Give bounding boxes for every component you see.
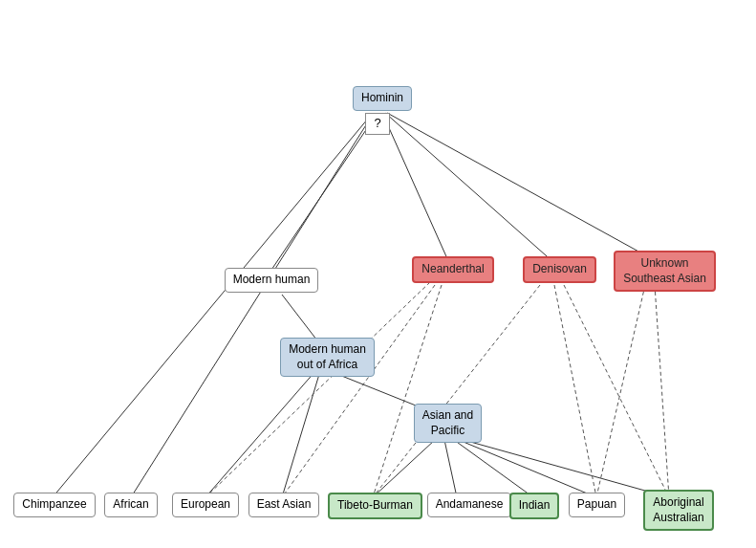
svg-line-3 bbox=[387, 113, 659, 263]
svg-line-13 bbox=[459, 440, 596, 497]
asian-pacific-label: Asian andPacific bbox=[414, 404, 482, 443]
svg-line-2 bbox=[385, 113, 554, 263]
svg-line-18 bbox=[554, 285, 596, 497]
svg-line-4 bbox=[53, 113, 373, 497]
svg-line-10 bbox=[373, 440, 435, 497]
modern-human-label: Modern human bbox=[225, 268, 319, 293]
svg-line-9 bbox=[282, 371, 320, 497]
unknown-sea-label: UnknownSoutheast Asian bbox=[614, 251, 716, 292]
svg-line-14 bbox=[464, 440, 669, 497]
svg-line-15 bbox=[205, 282, 430, 497]
denisovan-node: Denisovan bbox=[519, 256, 600, 283]
modern-human-node: Modern human bbox=[224, 268, 319, 293]
unknown-sea-node: UnknownSoutheast Asian bbox=[610, 251, 720, 292]
papuan-node: Papuan bbox=[566, 493, 628, 517]
denisovan-label: Denisovan bbox=[523, 256, 596, 283]
tibeto-burman-node: Tibeto-Burman bbox=[325, 493, 425, 519]
indian-node: Indian bbox=[507, 493, 562, 519]
andamanese-label: Andamanese bbox=[427, 493, 512, 517]
tibeto-burman-label: Tibeto-Burman bbox=[328, 493, 422, 519]
european-node: European bbox=[169, 493, 242, 517]
east-asian-node: East Asian bbox=[247, 493, 321, 517]
svg-line-21 bbox=[655, 285, 669, 497]
andamanese-node: Andamanese bbox=[426, 493, 512, 517]
hominin-label: Hominin bbox=[353, 86, 412, 111]
svg-line-8 bbox=[205, 371, 315, 497]
svg-line-1 bbox=[382, 113, 449, 263]
hominin-node: Hominin bbox=[349, 86, 416, 111]
indian-label: Indian bbox=[509, 493, 560, 519]
east-asian-label: East Asian bbox=[248, 493, 320, 517]
svg-line-20 bbox=[373, 285, 540, 497]
african-label: African bbox=[104, 493, 157, 517]
european-label: European bbox=[172, 493, 239, 517]
svg-line-16 bbox=[282, 285, 435, 497]
aboriginal-australian-node: AboriginalAustralian bbox=[626, 490, 731, 531]
chimpanzee-node: Chimpanzee bbox=[11, 493, 97, 517]
neanderthal-label: Neanderthal bbox=[412, 256, 493, 283]
svg-line-22 bbox=[596, 285, 645, 497]
svg-line-17 bbox=[373, 285, 442, 497]
modern-human-africa-node: Modern humanout of Africa bbox=[272, 338, 382, 377]
aboriginal-australian-label: AboriginalAustralian bbox=[643, 490, 713, 531]
asian-pacific-node: Asian andPacific bbox=[402, 404, 493, 443]
question-label: ? bbox=[365, 113, 389, 135]
svg-line-19 bbox=[564, 285, 669, 497]
modern-human-africa-label: Modern humanout of Africa bbox=[280, 338, 375, 377]
african-node: African bbox=[97, 493, 165, 517]
diagram-container: Hominin ? Modern human Modern humanout o… bbox=[0, 0, 756, 548]
neanderthal-node: Neanderthal bbox=[405, 256, 501, 283]
svg-line-11 bbox=[444, 440, 457, 497]
papuan-label: Papuan bbox=[569, 493, 625, 517]
svg-line-0 bbox=[268, 113, 378, 275]
question-node: ? bbox=[361, 113, 394, 135]
chimpanzee-label: Chimpanzee bbox=[13, 493, 95, 517]
svg-line-5 bbox=[131, 113, 374, 497]
svg-line-12 bbox=[454, 440, 533, 497]
